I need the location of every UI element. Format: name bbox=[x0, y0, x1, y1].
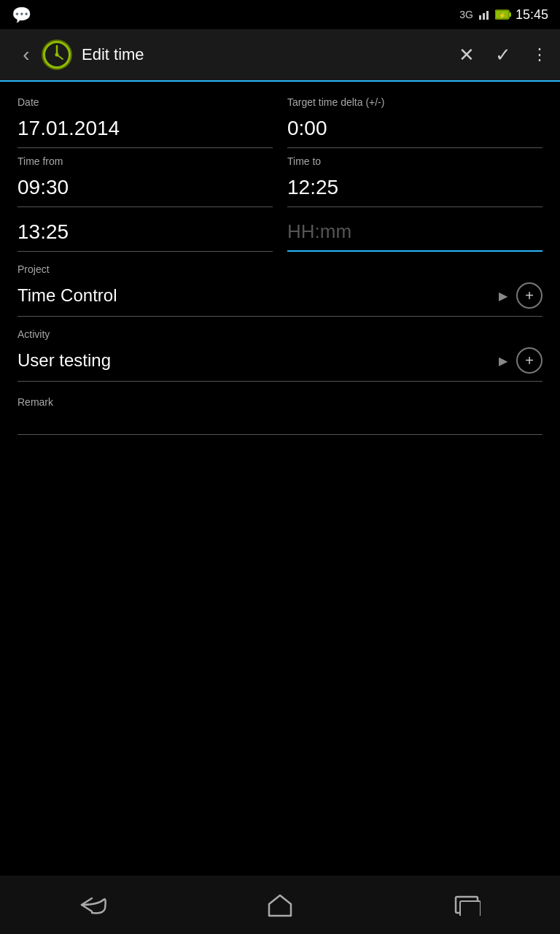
time-to-value[interactable]: 12:25 bbox=[287, 170, 542, 207]
svg-rect-13 bbox=[460, 901, 481, 916]
recents-nav-icon bbox=[453, 894, 481, 916]
status-bar: 💬 3G ⚡ 15:45 bbox=[0, 0, 560, 29]
time-from-value[interactable]: 09:30 bbox=[18, 170, 273, 207]
signal-indicator: 3G bbox=[459, 9, 473, 20]
project-label: Project bbox=[18, 263, 542, 275]
svg-rect-2 bbox=[486, 11, 489, 20]
time-to-field: Time to 12:25 bbox=[287, 155, 542, 207]
remark-input-line[interactable] bbox=[18, 434, 542, 435]
activity-dropdown-row: User testing ▶ + bbox=[18, 346, 542, 382]
top-bar: ‹ Edit time ✕ ✓ ⋮ bbox=[0, 29, 560, 82]
svg-text:⚡: ⚡ bbox=[499, 12, 506, 19]
project-value[interactable]: Time Control bbox=[18, 281, 493, 310]
svg-rect-0 bbox=[479, 15, 481, 20]
back-nav-icon bbox=[77, 894, 109, 916]
more-options-button[interactable]: ⋮ bbox=[532, 45, 548, 64]
close-button[interactable]: ✕ bbox=[459, 44, 475, 66]
page-title: Edit time bbox=[82, 45, 459, 64]
time-to2-input[interactable]: HH:mm bbox=[287, 215, 542, 252]
svg-rect-4 bbox=[509, 12, 511, 17]
time-from-label: Time from bbox=[18, 155, 273, 167]
activity-value[interactable]: User testing bbox=[18, 346, 493, 375]
target-delta-value[interactable]: 0:00 bbox=[287, 111, 542, 148]
project-section: Project Time Control ▶ + bbox=[18, 263, 542, 317]
project-dropdown-row: Time Control ▶ + bbox=[18, 281, 542, 317]
plus-icon: + bbox=[525, 287, 534, 304]
time-to-label: Time to bbox=[287, 155, 542, 167]
activity-label: Activity bbox=[18, 328, 542, 340]
target-delta-label: Target time delta (+/-) bbox=[287, 96, 542, 108]
home-nav-icon bbox=[266, 892, 294, 917]
battery-icon: ⚡ bbox=[495, 9, 511, 20]
back-chevron-icon: ‹ bbox=[23, 43, 29, 66]
recents-nav-button[interactable] bbox=[438, 887, 496, 923]
back-button[interactable]: ‹ bbox=[12, 40, 41, 69]
status-icons: 3G ⚡ 15:45 bbox=[459, 7, 548, 23]
chat-icon: 💬 bbox=[12, 6, 31, 25]
remark-section: Remark bbox=[18, 396, 542, 435]
status-time: 15:45 bbox=[516, 7, 548, 23]
signal-bars-icon bbox=[478, 8, 491, 21]
back-nav-button[interactable] bbox=[64, 887, 122, 923]
bottom-nav bbox=[0, 876, 560, 934]
time-to2-field: HH:mm bbox=[287, 215, 542, 252]
main-content: Date 17.01.2014 Target time delta (+/-) … bbox=[0, 82, 560, 449]
svg-rect-1 bbox=[483, 13, 485, 20]
project-dropdown-arrow-icon: ▶ bbox=[499, 289, 508, 303]
remark-label: Remark bbox=[18, 396, 542, 408]
add-activity-button[interactable]: + bbox=[516, 347, 542, 374]
target-delta-field: Target time delta (+/-) 0:00 bbox=[287, 96, 542, 148]
confirm-button[interactable]: ✓ bbox=[495, 44, 511, 66]
time-row-2: 13:25 HH:mm bbox=[18, 215, 542, 252]
time-row-1: Time from 09:30 Time to 12:25 bbox=[18, 155, 542, 207]
app-logo bbox=[41, 39, 73, 71]
time-from2-field: 13:25 bbox=[18, 215, 273, 252]
home-nav-button[interactable] bbox=[251, 887, 309, 923]
date-target-row: Date 17.01.2014 Target time delta (+/-) … bbox=[18, 96, 542, 148]
activity-section: Activity User testing ▶ + bbox=[18, 328, 542, 382]
date-field: Date 17.01.2014 bbox=[18, 96, 273, 148]
date-label: Date bbox=[18, 96, 273, 108]
time-from2-value[interactable]: 13:25 bbox=[18, 215, 273, 252]
activity-dropdown-arrow-icon: ▶ bbox=[499, 354, 508, 368]
clock-icon bbox=[41, 39, 73, 71]
date-value[interactable]: 17.01.2014 bbox=[18, 111, 273, 148]
plus-icon-2: + bbox=[525, 352, 534, 369]
add-project-button[interactable]: + bbox=[516, 282, 542, 309]
top-actions: ✕ ✓ ⋮ bbox=[459, 44, 548, 66]
svg-point-11 bbox=[55, 53, 59, 57]
time-from-field: Time from 09:30 bbox=[18, 155, 273, 207]
